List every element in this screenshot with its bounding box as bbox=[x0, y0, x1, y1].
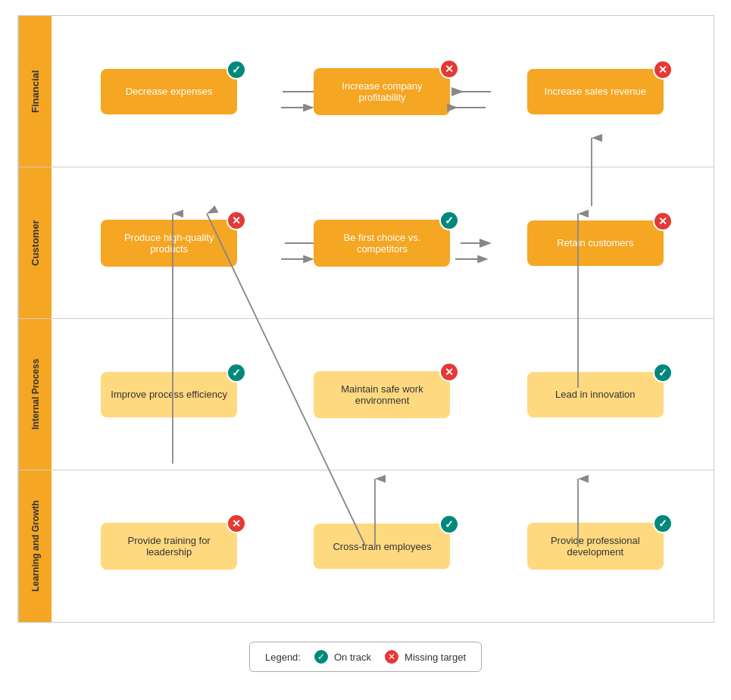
customer-content: Produce high-quality products ✕ Be first… bbox=[52, 167, 714, 318]
retain-customers-badge: ✕ bbox=[653, 211, 673, 231]
internal-content: Improve process efficiency ✓ Maintain sa… bbox=[52, 319, 714, 470]
professional-dev-wrapper: Provide professional development ✓ bbox=[527, 523, 664, 570]
legend-on-track-badge: ✓ bbox=[313, 648, 330, 665]
cross-train-wrapper: Cross-train employees ✓ bbox=[314, 523, 450, 569]
retain-customers-wrapper: Retain customers ✕ bbox=[527, 220, 664, 266]
innovation-text: Lead in innovation bbox=[555, 389, 636, 400]
increase-profitability-wrapper: Increase company profitability ✕ bbox=[314, 68, 450, 115]
strategy-map: Financial bbox=[17, 15, 714, 623]
legend-on-track: ✓ On track bbox=[313, 648, 371, 665]
first-choice-text: Be first choice vs. competitors bbox=[323, 232, 441, 255]
cross-train-node: Cross-train employees bbox=[314, 523, 450, 569]
legend-missing: ✕ Missing target bbox=[383, 648, 466, 665]
customer-label: Customer bbox=[18, 167, 52, 318]
high-quality-node: Produce high-quality products bbox=[101, 220, 237, 267]
high-quality-text: Produce high-quality products bbox=[110, 232, 228, 255]
increase-revenue-wrapper: Increase sales revenue ✕ bbox=[527, 69, 664, 114]
safe-work-text: Maintain safe work environment bbox=[323, 383, 441, 406]
process-efficiency-node: Improve process efficiency bbox=[101, 372, 237, 417]
internal-row: Internal Process Improve process efficie… bbox=[18, 319, 714, 470]
innovation-badge: ✓ bbox=[653, 363, 673, 383]
learning-row: Learning and Growth Provide training for… bbox=[18, 470, 714, 622]
legend-on-track-label: On track bbox=[334, 652, 371, 663]
professional-dev-node: Provide professional development bbox=[527, 523, 664, 570]
decrease-expenses-badge: ✓ bbox=[226, 60, 246, 80]
financial-row: Financial bbox=[18, 16, 714, 167]
innovation-wrapper: Lead in innovation ✓ bbox=[527, 372, 664, 417]
legend: Legend: ✓ On track ✕ Missing target bbox=[249, 642, 482, 672]
increase-revenue-node: Increase sales revenue bbox=[527, 69, 664, 114]
safe-work-wrapper: Maintain safe work environment ✕ bbox=[314, 371, 450, 418]
professional-dev-text: Provide professional development bbox=[536, 535, 654, 558]
training-leadership-badge: ✕ bbox=[226, 514, 246, 533]
decrease-expenses-node: Decrease expenses bbox=[101, 69, 237, 114]
legend-label: Legend: bbox=[265, 652, 301, 663]
safe-work-badge: ✕ bbox=[439, 362, 459, 382]
cross-train-badge: ✓ bbox=[439, 514, 459, 534]
decrease-expenses-text: Decrease expenses bbox=[126, 86, 213, 97]
legend-missing-badge: ✕ bbox=[383, 648, 400, 665]
customer-row: Customer Produce high-quality products ✕… bbox=[18, 167, 714, 319]
internal-label: Internal Process bbox=[18, 319, 52, 470]
learning-content: Provide training for leadership ✕ Cross-… bbox=[52, 470, 714, 622]
increase-profitability-badge: ✕ bbox=[439, 59, 459, 79]
financial-label: Financial bbox=[18, 16, 52, 167]
increase-revenue-badge: ✕ bbox=[653, 60, 673, 80]
cross-train-text: Cross-train employees bbox=[333, 541, 431, 552]
process-efficiency-wrapper: Improve process efficiency ✓ bbox=[101, 372, 237, 417]
increase-profitability-text: Increase company profitability bbox=[323, 80, 441, 103]
increase-profitability-node: Increase company profitability bbox=[314, 68, 450, 115]
first-choice-badge: ✓ bbox=[439, 211, 459, 230]
training-leadership-text: Provide training for leadership bbox=[110, 535, 228, 558]
retain-customers-node: Retain customers bbox=[527, 220, 664, 266]
professional-dev-badge: ✓ bbox=[653, 514, 673, 533]
process-efficiency-badge: ✓ bbox=[226, 363, 246, 383]
learning-label: Learning and Growth bbox=[18, 470, 52, 622]
increase-revenue-text: Increase sales revenue bbox=[545, 86, 646, 97]
legend-missing-label: Missing target bbox=[405, 652, 466, 663]
financial-content: Decrease expenses ✓ Increase company pro… bbox=[52, 16, 714, 167]
retain-customers-text: Retain customers bbox=[557, 237, 633, 248]
first-choice-node: Be first choice vs. competitors bbox=[314, 220, 450, 267]
process-efficiency-text: Improve process efficiency bbox=[111, 389, 227, 400]
high-quality-badge: ✕ bbox=[226, 211, 246, 230]
innovation-node: Lead in innovation bbox=[527, 372, 664, 417]
safe-work-node: Maintain safe work environment bbox=[314, 371, 450, 418]
decrease-expenses-wrapper: Decrease expenses ✓ bbox=[101, 69, 237, 114]
high-quality-wrapper: Produce high-quality products ✕ bbox=[101, 220, 237, 267]
first-choice-wrapper: Be first choice vs. competitors ✓ bbox=[314, 220, 450, 267]
training-leadership-wrapper: Provide training for leadership ✕ bbox=[101, 523, 237, 570]
training-leadership-node: Provide training for leadership bbox=[101, 523, 237, 570]
